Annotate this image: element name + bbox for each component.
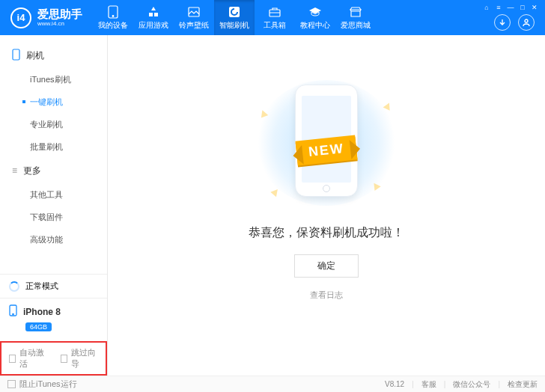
device-phone-icon [9,304,17,319]
minimize-button[interactable]: — [506,3,515,12]
sidebar: 刷机 iTunes刷机 一键刷机 专业刷机 批量刷机 ≡ 更多 其他工具 下载固… [0,35,108,376]
nav-tools[interactable]: 工具箱 [255,0,295,35]
device-status: 正常模式 [0,274,107,298]
nav-flash[interactable]: 智能刷机 [214,0,255,35]
refresh-icon [228,5,241,19]
view-log-link[interactable]: 查看日志 [310,290,343,301]
brand-logo: i4 爱思助手 www.i4.cn [0,7,93,28]
svg-rect-2 [189,7,199,16]
phone-icon [106,5,120,19]
checkbox-block-itunes[interactable]: 阻止iTunes运行 [7,379,77,390]
checkbox-auto-activate[interactable]: 自动激活 [9,347,47,370]
checkbox-icon [9,355,16,363]
image-icon [187,5,201,19]
checkbox-skip-wizard[interactable]: 跳过向导 [61,347,99,370]
device-name: iPhone 8 [23,307,61,317]
nav-tutorials[interactable]: 教程中心 [295,0,335,35]
sidebar-item-batch-flash[interactable]: 批量刷机 [0,135,107,158]
brand-url: www.i4.cn [37,21,82,27]
check-update-link[interactable]: 检查更新 [508,379,538,390]
nav-ringtones[interactable]: 铃声壁纸 [174,0,214,35]
checkbox-icon [61,355,67,363]
device-info[interactable]: iPhone 8 64GB [0,298,107,341]
options-highlighted: 自动激活 跳过向导 [0,341,107,376]
sidebar-section-more: ≡ 更多 [0,158,107,183]
toolbox-icon [268,5,281,19]
download-button[interactable] [494,14,511,31]
brand-name: 爱思助手 [37,8,82,19]
support-link[interactable]: 客服 [421,379,436,390]
main-content: NEW 恭喜您，保资料刷机成功啦！ 确定 查看日志 [108,35,545,376]
store-icon [349,5,362,19]
success-illustration: NEW [255,80,398,206]
maximize-button[interactable]: □ [518,3,527,12]
sidebar-section-flash: 刷机 [0,43,107,68]
spinner-icon [9,281,19,292]
sidebar-item-download-firmware[interactable]: 下载固件 [0,206,107,228]
checkbox-icon [7,380,16,388]
shopping-icon[interactable]: ⌂ [482,3,491,12]
sidebar-item-itunes-flash[interactable]: iTunes刷机 [0,68,107,91]
svg-point-1 [112,15,114,16]
list-icon: ≡ [12,165,17,176]
success-message: 恭喜您，保资料刷机成功啦！ [249,225,404,241]
nav-my-device[interactable]: 我的设备 [93,0,133,35]
phone-outline-icon [12,49,20,63]
apps-icon [147,5,160,19]
nav-store[interactable]: 爱思商城 [335,0,376,35]
logo-icon: i4 [10,7,31,28]
nav-apps[interactable]: 应用游戏 [133,0,174,35]
storage-badge: 64GB [25,322,52,331]
close-button[interactable]: ✕ [530,3,539,12]
menu-icon[interactable]: ≡ [494,3,503,12]
sidebar-item-pro-flash[interactable]: 专业刷机 [0,113,107,135]
sidebar-item-other-tools[interactable]: 其他工具 [0,183,107,206]
user-button[interactable] [518,14,535,31]
sidebar-item-advanced[interactable]: 高级功能 [0,228,107,251]
svg-rect-6 [13,49,19,60]
graduation-icon [308,5,322,19]
version-label: V8.12 [385,380,404,388]
svg-point-8 [13,313,13,314]
sidebar-item-oneclick-flash[interactable]: 一键刷机 [0,91,107,113]
footer: 阻止iTunes运行 V8.12 | 客服 | 微信公众号 | 检查更新 [0,376,545,392]
wechat-link[interactable]: 微信公众号 [453,379,490,390]
ok-button[interactable]: 确定 [294,254,359,278]
svg-point-5 [525,19,528,22]
